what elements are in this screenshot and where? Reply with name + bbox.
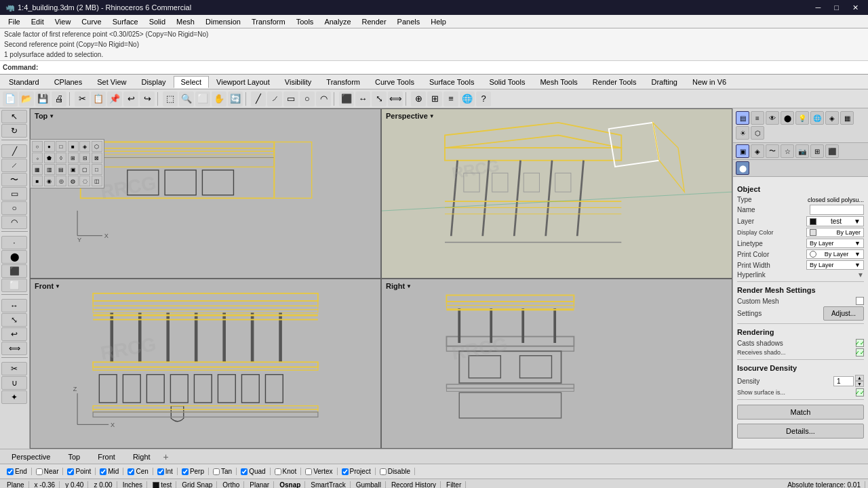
rp-sun-icon[interactable]: ☀ [736, 126, 749, 140]
menu-panels[interactable]: Panels [392, 16, 426, 27]
menu-analyze[interactable]: Analyze [319, 16, 356, 27]
viewport-right[interactable]: Right ▼ RRCG [381, 279, 732, 449]
cb-end[interactable] [7, 468, 14, 475]
tb-osnap[interactable]: ⊕ [411, 92, 426, 106]
ft-icon-18[interactable]: □ [92, 164, 102, 175]
lt-rect[interactable]: ▭ [1, 187, 27, 201]
ft-icon-21[interactable]: ◎ [56, 176, 66, 186]
menu-mesh[interactable]: Mesh [171, 16, 200, 27]
lt-sphere[interactable]: ⬤ [1, 250, 27, 264]
vp-right-arrow[interactable]: ▼ [406, 283, 412, 289]
ft-icon-8[interactable]: ⬟ [44, 152, 55, 163]
tab-display[interactable]: Display [134, 76, 173, 88]
ft-icon-19[interactable]: ■ [32, 176, 43, 186]
cb-quad[interactable] [241, 468, 248, 475]
cb-tan[interactable] [213, 468, 220, 475]
lt-scale[interactable]: ⤡ [1, 313, 27, 327]
tab-standard[interactable]: Standard [1, 76, 47, 88]
print-width-dropdown[interactable]: By Layer ▼ [806, 260, 864, 270]
lt-trim[interactable]: ✂ [1, 362, 27, 375]
viewport-perspective[interactable]: Perspective ▼ RRCG [381, 108, 732, 279]
rp-display-icon[interactable]: 👁 [766, 111, 779, 125]
custom-mesh-checkbox[interactable] [856, 297, 864, 305]
lt-rotate-obj[interactable]: ↩ [1, 327, 27, 341]
command-input[interactable] [42, 64, 865, 71]
ft-icon-1[interactable]: ○ [32, 141, 43, 152]
print-width-arrow[interactable]: ▼ [854, 262, 861, 268]
menu-solid[interactable]: Solid [144, 16, 171, 27]
tb-scale[interactable]: ⤡ [372, 92, 387, 106]
sb-near[interactable]: Near [32, 468, 64, 475]
rp-ground-icon[interactable]: ▦ [840, 111, 854, 125]
grid-snap[interactable]: Grid Snap [178, 481, 217, 488]
ft-icon-16[interactable]: ▣ [68, 164, 79, 175]
ft-icon-7[interactable]: ⬦ [32, 152, 43, 163]
rp-env-icon[interactable]: 🌐 [810, 111, 824, 125]
lt-rotate[interactable]: ↻ [1, 124, 27, 138]
lt-point[interactable]: · [1, 236, 27, 249]
menu-file[interactable]: File [3, 16, 26, 27]
cb-knot[interactable] [275, 468, 281, 475]
lt-explode[interactable]: ✦ [1, 390, 27, 404]
rp-active-icon[interactable]: ⬤ [736, 161, 749, 175]
tb-paste[interactable]: 📌 [107, 92, 122, 106]
tb-grid[interactable]: ⊞ [427, 92, 442, 106]
cb-near[interactable] [36, 468, 43, 475]
sb-int[interactable]: Int [153, 468, 178, 475]
print-color-arrow[interactable]: ▼ [854, 251, 861, 258]
tab-select[interactable]: Select [174, 76, 210, 88]
sb-knot[interactable]: Knot [271, 468, 302, 475]
rp-mtl-icon[interactable]: ◈ [751, 144, 764, 158]
density-down[interactable]: ▼ [855, 381, 864, 387]
sb-point[interactable]: Point [63, 468, 96, 475]
menu-dimension[interactable]: Dimension [200, 16, 246, 27]
rp-properties-icon[interactable]: ▤ [736, 111, 749, 125]
ft-icon-4[interactable]: ■ [68, 141, 79, 152]
ft-icon-23[interactable]: ◌ [79, 176, 90, 186]
linetype-dropdown[interactable]: By Layer ▼ [806, 239, 864, 248]
tb-line[interactable]: ╱ [251, 92, 266, 106]
match-button[interactable]: Match [737, 405, 864, 420]
sb-project[interactable]: Project [338, 468, 376, 475]
rp-solid-icon[interactable]: ⬛ [825, 144, 839, 158]
layer-dropdown[interactable]: test ▼ [806, 216, 864, 226]
osnap-toggle[interactable]: Osnap [275, 481, 305, 488]
menu-curve[interactable]: Curve [76, 16, 106, 27]
maximize-button[interactable]: □ [830, 3, 843, 12]
rp-texture-icon[interactable]: ◈ [825, 111, 839, 125]
sb-cen[interactable]: Cen [123, 468, 153, 475]
vp-front-arrow[interactable]: ▼ [55, 283, 60, 289]
vp-perspective-arrow[interactable]: ▼ [429, 113, 435, 119]
density-input[interactable] [833, 376, 854, 386]
tb-arc[interactable]: ◠ [316, 92, 331, 106]
tb-render[interactable]: 🌐 [460, 92, 475, 106]
sb-quad[interactable]: Quad [237, 468, 270, 475]
tb-zoom-win[interactable]: ⬜ [195, 92, 210, 106]
ft-icon-17[interactable]: ▢ [79, 164, 90, 175]
record-history[interactable]: Record History [387, 481, 441, 488]
rp-light2-icon[interactable]: ☆ [781, 144, 794, 158]
rp-mesh-icon[interactable]: ⊞ [810, 144, 824, 158]
viewport-top[interactable]: Top ▼ RRCG [30, 108, 381, 279]
rp-light-icon[interactable]: 💡 [795, 111, 809, 125]
rp-layers-icon[interactable]: ≡ [751, 111, 764, 125]
tb-save[interactable]: 💾 [35, 92, 50, 106]
tab-visibility[interactable]: Visibility [277, 76, 319, 88]
smarttrack-toggle[interactable]: SmartTrack [307, 481, 350, 488]
density-up[interactable]: ▲ [855, 375, 864, 381]
titlebar-controls[interactable]: ─ □ ✕ [812, 3, 863, 12]
vptab-top[interactable]: Top [60, 451, 87, 463]
tb-pan[interactable]: ✋ [212, 92, 226, 106]
rp-cam-icon[interactable]: 📷 [795, 144, 809, 158]
sb-vertex[interactable]: Vertex [301, 468, 337, 475]
show-surface-checkbox[interactable]: ✓ [856, 388, 864, 396]
linetype-arrow[interactable]: ▼ [854, 240, 861, 247]
planar-toggle[interactable]: Planar [245, 481, 274, 488]
rp-extra-icon[interactable]: ⬡ [751, 126, 764, 140]
sb-end[interactable]: End [3, 468, 32, 475]
tb-move[interactable]: ↔ [355, 92, 370, 106]
lt-box[interactable]: ⬛ [1, 264, 27, 278]
menu-render[interactable]: Render [357, 16, 392, 27]
print-color-dropdown[interactable]: By Layer ▼ [806, 249, 864, 259]
ft-icon-11[interactable]: ⊟ [79, 152, 90, 163]
